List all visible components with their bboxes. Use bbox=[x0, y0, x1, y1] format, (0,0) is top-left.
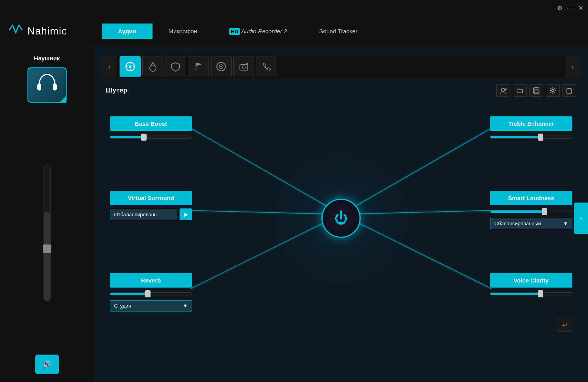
speaker-button[interactable]: 🔊 bbox=[35, 355, 59, 374]
svg-line-28 bbox=[191, 214, 341, 289]
tab-hd-recorder[interactable]: HDAudio Recorder 2 bbox=[213, 24, 303, 39]
preset-shooter[interactable] bbox=[120, 56, 141, 77]
treble-slider[interactable] bbox=[490, 134, 572, 140]
preset-shield[interactable] bbox=[165, 56, 186, 77]
svg-line-27 bbox=[341, 210, 492, 214]
treble-fill bbox=[490, 136, 539, 138]
undo-button[interactable]: ↩ bbox=[557, 318, 572, 332]
preset-music[interactable] bbox=[211, 56, 232, 77]
voice-track bbox=[490, 292, 572, 295]
tab-audio[interactable]: Аудио bbox=[102, 24, 152, 39]
reverb-card: Reverb Студия ▼ bbox=[110, 273, 192, 311]
dropdown-arrow: ▼ bbox=[563, 221, 568, 226]
undo-icon: ↩ bbox=[562, 321, 567, 329]
virtual-surround-controls: Отбалансированн ▶ bbox=[110, 208, 192, 220]
save-button[interactable] bbox=[529, 84, 543, 97]
treble-track bbox=[490, 136, 572, 139]
svg-point-8 bbox=[150, 65, 156, 71]
smart-loudness-button[interactable]: Smart Loudness bbox=[490, 191, 572, 205]
headphone-icon bbox=[35, 72, 59, 98]
profile-actions bbox=[496, 84, 576, 97]
tab-sound-tracker[interactable]: Sound Tracker bbox=[303, 24, 374, 39]
bass-boost-thumb[interactable] bbox=[141, 134, 147, 141]
virtual-surround-play[interactable]: ▶ bbox=[180, 208, 192, 220]
bass-boost-fill bbox=[110, 136, 143, 138]
logo-area: Nahimic bbox=[8, 22, 102, 40]
virtual-surround-card: Virtual Surround Отбалансированн ▶ bbox=[110, 191, 192, 220]
voice-clarity-button[interactable]: Voice Clarity bbox=[490, 273, 572, 288]
reverb-dropdown-arrow: ▼ bbox=[183, 303, 188, 309]
svg-rect-13 bbox=[240, 65, 248, 70]
settings-profile-button[interactable] bbox=[546, 84, 560, 97]
tab-microphone[interactable]: Микрофон bbox=[152, 24, 213, 39]
preset-medal[interactable] bbox=[142, 56, 163, 77]
reverb-button[interactable]: Reverb bbox=[110, 273, 192, 288]
preset-icons bbox=[116, 56, 566, 77]
preset-toolbar: ‹ bbox=[102, 55, 580, 78]
add-profile-button[interactable] bbox=[496, 84, 510, 97]
minimize-icon[interactable]: — bbox=[567, 4, 573, 11]
voice-thumb[interactable] bbox=[538, 290, 543, 297]
reverb-track bbox=[110, 292, 192, 295]
voice-slider[interactable] bbox=[490, 291, 572, 297]
svg-rect-22 bbox=[567, 89, 572, 93]
power-icon: ⏻ bbox=[334, 210, 348, 226]
expand-button[interactable]: › bbox=[574, 203, 588, 234]
folder-button[interactable] bbox=[513, 84, 527, 97]
tabs-bar: Аудио Микрофон HDAudio Recorder 2 Sound … bbox=[102, 24, 374, 39]
svg-point-3 bbox=[129, 65, 131, 68]
reverb-slider[interactable] bbox=[110, 291, 192, 297]
device-icon-box[interactable] bbox=[27, 67, 67, 103]
svg-line-26 bbox=[191, 210, 341, 214]
delete-profile-button[interactable] bbox=[562, 84, 576, 97]
smart-slider[interactable] bbox=[490, 208, 572, 215]
virtual-surround-button[interactable]: Virtual Surround bbox=[110, 191, 192, 205]
svg-rect-1 bbox=[53, 83, 57, 91]
expand-icon: › bbox=[580, 214, 582, 223]
preset-prev-button[interactable]: ‹ bbox=[102, 55, 116, 78]
smart-fill bbox=[490, 210, 543, 213]
voice-fill bbox=[490, 293, 539, 295]
logo-icon bbox=[8, 22, 24, 40]
preset-phone[interactable] bbox=[256, 56, 277, 77]
preset-flag[interactable] bbox=[188, 56, 209, 77]
treble-thumb[interactable] bbox=[538, 134, 543, 141]
settings-icon[interactable]: ⚙ bbox=[557, 4, 563, 12]
svg-rect-0 bbox=[37, 83, 41, 91]
smart-loudness-dropdown[interactable]: Сбалансированный ▼ bbox=[490, 218, 572, 229]
treble-enhancer-button[interactable]: Treble Enhancer bbox=[490, 116, 572, 131]
svg-line-24 bbox=[191, 128, 341, 214]
smart-thumb[interactable] bbox=[542, 208, 547, 215]
svg-point-15 bbox=[501, 88, 505, 91]
bass-boost-track bbox=[110, 136, 192, 139]
smart-loudness-card: Smart Loudness Сбалансированный ▼ bbox=[490, 191, 572, 229]
app-title: Nahimic bbox=[27, 25, 67, 37]
voice-clarity-card: Voice Clarity bbox=[490, 273, 572, 300]
bass-boost-slider[interactable] bbox=[110, 134, 192, 140]
close-icon[interactable]: ✕ bbox=[578, 4, 583, 12]
svg-line-29 bbox=[341, 214, 492, 289]
preset-camera[interactable] bbox=[233, 56, 254, 77]
smart-track bbox=[490, 210, 572, 213]
profile-row: Шутер bbox=[102, 84, 580, 97]
volume-track[interactable] bbox=[44, 164, 51, 301]
svg-point-12 bbox=[220, 66, 222, 67]
profile-name: Шутер bbox=[106, 87, 127, 94]
svg-point-21 bbox=[552, 89, 554, 92]
device-label: Наушник bbox=[34, 55, 60, 62]
treble-enhancer-card: Treble Enhancer bbox=[490, 116, 572, 143]
main-layout: Наушник 🔊 ‹ bbox=[0, 47, 588, 382]
virtual-surround-mode[interactable]: Отбалансированн bbox=[110, 209, 176, 220]
titlebar: ⚙ — ✕ bbox=[0, 0, 588, 16]
bass-boost-card: Bass Boost bbox=[110, 116, 192, 143]
power-button[interactable]: ⏻ bbox=[321, 199, 361, 238]
bass-boost-button[interactable]: Bass Boost bbox=[110, 116, 192, 131]
reverb-dropdown[interactable]: Студия ▼ bbox=[110, 300, 192, 311]
reverb-thumb[interactable] bbox=[145, 290, 151, 297]
reverb-fill bbox=[110, 293, 147, 295]
effects-area: ⏻ Bass Boost Treble Enhancer bbox=[102, 105, 580, 332]
preset-next-button[interactable]: › bbox=[566, 55, 580, 78]
content-area: ‹ bbox=[94, 47, 588, 382]
volume-thumb[interactable] bbox=[43, 244, 51, 253]
svg-line-25 bbox=[341, 128, 492, 214]
